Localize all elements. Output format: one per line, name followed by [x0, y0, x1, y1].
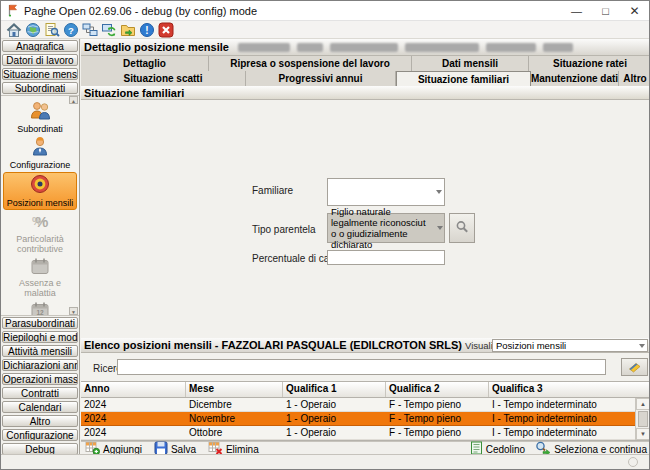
- maximize-button[interactable]: □: [591, 1, 620, 20]
- chevron-down-icon: [437, 226, 444, 230]
- scroll-down-arrow[interactable]: ▼: [636, 428, 650, 440]
- tipo-parentela-value: Figlio naturale legalmente riconosciut o…: [328, 206, 437, 250]
- tab-ripresa-sospensione[interactable]: Ripresa o sospensione del lavoro: [209, 56, 412, 71]
- column-header-qualifica-3[interactable]: Qualifica 3: [489, 382, 620, 397]
- sidebar-item-operazioni-massive[interactable]: Operazioni massive: [2, 373, 78, 385]
- sidebar-item-attivita-mensili[interactable]: Attività mensili: [2, 345, 78, 357]
- column-header-qualifica-1[interactable]: Qualifica 1: [283, 382, 386, 397]
- app-window: Paghe Open 02.69.06 - debug (by config) …: [0, 0, 650, 470]
- svg-text:!: !: [145, 25, 148, 36]
- sidebar-item-situazione-mensile[interactable]: Situazione mensile: [2, 68, 78, 80]
- redacted-text: [238, 43, 573, 52]
- main-panel: Dettaglio posizione mensile Dettaglio Ri…: [81, 39, 650, 456]
- nav-item-subordinati[interactable]: Subordinati: [3, 100, 77, 135]
- table-row-selected[interactable]: 2024 Novembre 1 - Operaio F - Tempo pien…: [81, 412, 650, 426]
- search-row: Ricerca: [81, 353, 650, 381]
- panel-scroll-up[interactable]: ▲: [69, 96, 78, 104]
- familiare-label: Familiare: [252, 185, 293, 196]
- sidebar-item-calendari[interactable]: Calendari: [2, 401, 78, 413]
- status-indicator: [628, 457, 638, 467]
- target-icon: [29, 174, 51, 197]
- minimize-button[interactable]: —: [562, 1, 591, 20]
- tab-altro[interactable]: Altro: [619, 71, 650, 86]
- eraser-icon: [627, 360, 642, 375]
- percent-icon: %%: [29, 212, 51, 233]
- table-row[interactable]: 2024 Ottobre 1 - Operaio F - Tempo pieno…: [81, 426, 650, 440]
- sidebar-icon-panel: ▲ Subordinati Configurazione Posizioni m…: [1, 95, 79, 316]
- magnifier-icon: [455, 220, 469, 236]
- sidebar-item-subordinati[interactable]: Subordinati: [2, 82, 78, 94]
- nav-item-configurazione[interactable]: Configurazione: [3, 136, 77, 171]
- tab-dati-mensili[interactable]: Dati mensili: [412, 56, 529, 71]
- table-scrollbar[interactable]: ▲ ▼: [635, 398, 650, 440]
- tab-row-2: Situazione scatti Progressivi annui Situ…: [81, 71, 650, 86]
- positions-table: Anno Mese Qualifica 1 Qualifica 2 Qualif…: [81, 381, 650, 441]
- tipo-parentela-select[interactable]: Figlio naturale legalmente riconosciut o…: [327, 213, 445, 243]
- sidebar-item-riepiloghi-e-modelli[interactable]: Riepiloghi e modelli: [2, 331, 78, 343]
- svg-text:?: ?: [68, 24, 74, 35]
- sidebar: Anagrafica Datori di lavoro Situazione m…: [1, 39, 80, 456]
- percentuale-di-carico-input[interactable]: [327, 250, 445, 265]
- world-icon[interactable]: [23, 21, 42, 38]
- window-title: Paghe Open 02.69.06 - debug (by config) …: [24, 5, 257, 17]
- search-document-icon[interactable]: [42, 21, 61, 38]
- exit-icon[interactable]: [156, 21, 175, 38]
- section-title: Situazione familiari: [84, 87, 184, 99]
- tipo-parentela-lookup-button[interactable]: [449, 213, 475, 243]
- section-header: Situazione familiari: [81, 86, 650, 100]
- detail-header: Dettaglio posizione mensile: [81, 39, 650, 56]
- familiare-select[interactable]: [327, 178, 445, 206]
- situazione-familiari-form: Familiare Tipo parentela Figlio naturale…: [81, 100, 650, 338]
- tab-situazione-scatti[interactable]: Situazione scatti: [81, 71, 246, 86]
- table-header: Anno Mese Qualifica 1 Qualifica 2 Qualif…: [81, 382, 650, 398]
- calendar-icon: [29, 257, 51, 277]
- nav-item-presenze[interactable]: 12 Presenze: [3, 300, 77, 316]
- column-header-anno[interactable]: Anno: [81, 382, 186, 397]
- close-button[interactable]: ✕: [620, 1, 649, 20]
- column-header-mese[interactable]: Mese: [186, 382, 283, 397]
- synchronize-icon[interactable]: [99, 21, 118, 38]
- open-folder-icon[interactable]: [118, 21, 137, 38]
- nav-item-particolarita-contributive[interactable]: %% Particolarità contributive: [3, 211, 77, 255]
- sidebar-item-configurazione[interactable]: Configurazione: [2, 429, 78, 441]
- tab-dettaglio[interactable]: Dettaglio: [81, 56, 209, 71]
- scroll-up-arrow[interactable]: ▲: [636, 398, 650, 410]
- sidebar-item-altro[interactable]: Altro: [2, 415, 78, 427]
- titlebar: Paghe Open 02.69.06 - debug (by config) …: [1, 1, 649, 21]
- tipo-parentela-label: Tipo parentela: [252, 224, 316, 235]
- sidebar-item-anagrafica[interactable]: Anagrafica: [2, 40, 78, 52]
- svg-text:12: 12: [36, 309, 44, 316]
- help-icon[interactable]: ?: [61, 21, 80, 38]
- sidebar-item-parasubordinati[interactable]: Parasubordinati: [2, 317, 78, 329]
- home-icon[interactable]: [4, 21, 23, 38]
- nav-item-assenza-e-malattia[interactable]: Assenza e malattia: [3, 256, 77, 299]
- chevron-down-icon: [433, 190, 444, 194]
- tab-progressivi-annui[interactable]: Progressivi annui: [246, 71, 396, 86]
- status-bar: [1, 454, 649, 469]
- app-flag-icon: [7, 4, 19, 17]
- tab-situazione-ratei[interactable]: Situazione ratei: [529, 56, 650, 71]
- tab-manutenzione-dati[interactable]: Manutenzione dati: [531, 71, 619, 86]
- visualizza-select[interactable]: Posizioni mensili: [492, 339, 648, 352]
- sidebar-item-contratti[interactable]: Contratti: [2, 387, 78, 399]
- clear-search-button[interactable]: [621, 358, 648, 376]
- main-toolbar: ? !: [1, 21, 649, 39]
- sidebar-item-dichiarazioni-annuali[interactable]: Dichiarazioni annuali: [2, 359, 78, 371]
- ricerca-input[interactable]: [117, 359, 606, 375]
- information-icon[interactable]: !: [137, 21, 156, 38]
- people-icon: [28, 101, 52, 123]
- column-header-qualifica-2[interactable]: Qualifica 2: [386, 382, 489, 397]
- calendar-12-icon: 12: [29, 301, 51, 316]
- nav-item-posizioni-mensili[interactable]: Posizioni mensili: [3, 172, 77, 210]
- table-row[interactable]: 2024 Dicembre 1 - Operaio F - Tempo pien…: [81, 398, 650, 412]
- visualizza-value: Posizioni mensili: [493, 340, 566, 351]
- panel-scroll-down[interactable]: ▼: [69, 307, 78, 315]
- detail-title: Dettaglio posizione mensile: [84, 41, 229, 53]
- network-icon[interactable]: [80, 21, 99, 38]
- sidebar-item-datori-di-lavoro[interactable]: Datori di lavoro: [2, 54, 78, 66]
- chevron-down-icon: [636, 344, 647, 348]
- person-icon: [29, 137, 51, 159]
- tab-row-1: Dettaglio Ripresa o sospensione del lavo…: [81, 56, 650, 71]
- scrollbar-thumb[interactable]: [638, 411, 648, 427]
- tab-situazione-familiari[interactable]: Situazione familiari: [396, 71, 531, 86]
